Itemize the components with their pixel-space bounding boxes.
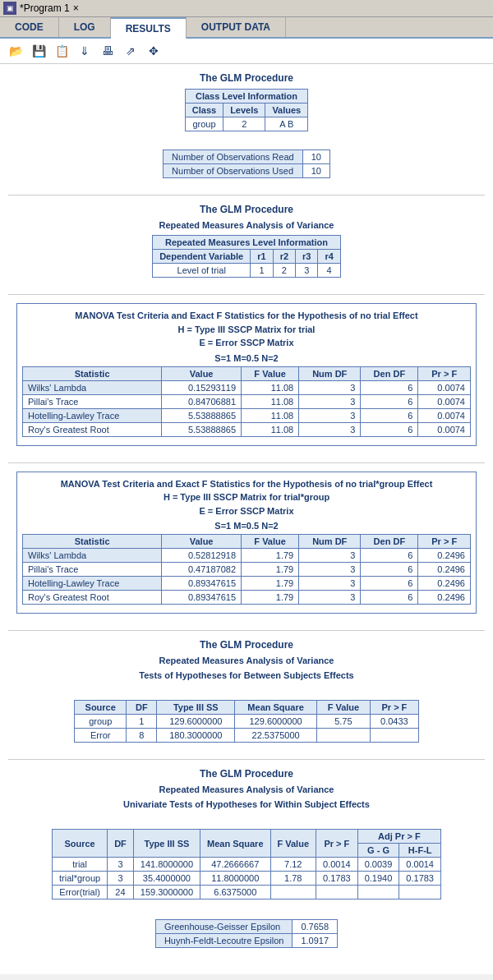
saveas-button[interactable]: 📋 (53, 42, 71, 60)
numdf-col-header: Num DF (299, 366, 361, 380)
pr-val: 0.0014 (316, 858, 358, 872)
stat-name: Roy's Greatest Root (23, 591, 162, 605)
expand-button[interactable]: ⇗ (122, 42, 140, 60)
manova1-line2: H = Type III SSCP Matrix for trial (178, 324, 316, 334)
manova2-line1: MANOVA Test Criteria and Exact F Statist… (61, 479, 433, 489)
close-icon[interactable]: × (73, 2, 79, 14)
f-val (270, 886, 316, 899)
dep-var-header: Dependent Variable (153, 250, 251, 264)
gg-epsilon-value: 0.7658 (293, 920, 338, 934)
table-row: Error(trial) 24 159.3000000 6.6375000 (52, 886, 440, 899)
table-row: Hotelling-Lawley Trace 5.53888865 11.08 … (23, 408, 471, 422)
den-df: 6 (361, 394, 418, 408)
hfl-val: 0.1783 (399, 872, 441, 886)
tab-log[interactable]: LOG (59, 17, 111, 37)
source-header: Source (75, 701, 127, 715)
table-row: Hotelling-Lawley Trace 0.89347615 1.79 3… (23, 577, 471, 591)
table-row: Number of Observations Read 10 (164, 150, 330, 164)
stat-name: Pillai's Trace (23, 394, 162, 408)
pr-f: 0.0074 (418, 422, 471, 436)
prf-header: Pr > F (370, 701, 418, 715)
within-subjects-title: The GLM Procedure (8, 768, 485, 780)
meansq-header: Mean Square (200, 830, 270, 858)
manova1-stat-label: S=1 M=0.5 N=2 (22, 353, 471, 363)
df-3: 3 (108, 858, 134, 872)
stat-name: Hotelling-Lawley Trace (23, 577, 162, 591)
manova2-header: MANOVA Test Criteria and Exact F Statist… (22, 477, 471, 518)
table-row: Roy's Greatest Root 5.53888865 11.08 3 6… (23, 422, 471, 436)
ms-val: 47.2666667 (200, 858, 270, 872)
fvalue-header: F Value (316, 701, 370, 715)
manova2-stat-label: S=1 M=0.5 N=2 (22, 521, 471, 531)
repeated-measures-header: Repeated Measures Level Information (153, 236, 341, 250)
df-1: 1 (127, 715, 157, 729)
within-subjects-subtitle1: Repeated Measures Analysis of Variance (8, 784, 485, 794)
ss-val: 180.3000000 (157, 729, 235, 743)
stat-name: Wilks' Lambda (23, 380, 162, 394)
hfl-epsilon-label: Huynh-Feldt-Lecoutre Epsilon (155, 934, 293, 948)
table-row: Roy's Greatest Root 0.89347615 1.79 3 6 … (23, 591, 471, 605)
table-row: group 2 A B (185, 117, 307, 131)
save-button[interactable]: 💾 (30, 42, 48, 60)
stat-value: 0.89347615 (162, 591, 242, 605)
glm-repeated-subtitle: Repeated Measures Analysis of Variance (8, 220, 485, 230)
between-subjects-subtitle2: Tests of Hypotheses for Between Subjects… (8, 670, 485, 680)
f-value: 11.08 (242, 408, 299, 422)
num-df: 3 (299, 380, 361, 394)
r1-val: 1 (251, 264, 273, 278)
levels-col-header: Levels (223, 104, 265, 117)
obs-used-value: 10 (302, 164, 329, 178)
source-group: group (75, 715, 127, 729)
stat-col-header: Statistic (23, 366, 162, 380)
stat-value: 0.52812918 (162, 549, 242, 563)
prf-header: Pr > F (316, 830, 358, 858)
table-row: Greenhouse-Geisser Epsilon 0.7658 (155, 920, 337, 934)
tab-results[interactable]: RESULTS (111, 17, 187, 39)
table-row: trial*group 3 35.4000000 11.8000000 1.78… (52, 872, 440, 886)
values-cell: A B (265, 117, 308, 131)
pr-val (316, 886, 358, 899)
ms-val: 129.6000000 (235, 715, 317, 729)
tab-code[interactable]: CODE (0, 17, 59, 37)
num-df: 3 (299, 422, 361, 436)
pr-val: 0.0433 (370, 715, 418, 729)
table-row: Error 8 180.3000000 22.5375000 (75, 729, 419, 743)
download-button[interactable]: ⇓ (76, 42, 94, 60)
value-col-header: Value (162, 366, 242, 380)
num-df: 3 (299, 591, 361, 605)
tab-output-data[interactable]: OUTPUT DATA (187, 17, 286, 37)
obs-used-label: Number of Observations Used (164, 164, 303, 178)
stat-col-header: Statistic (23, 535, 162, 549)
level-label: Level of trial (153, 264, 251, 278)
source-error-trial: Error(trial) (52, 886, 107, 899)
open-button[interactable]: 📂 (7, 42, 25, 60)
df-24: 24 (108, 886, 134, 899)
ss-val: 129.6000000 (157, 715, 235, 729)
class-cell: group (185, 117, 223, 131)
stat-value: 5.53888865 (162, 408, 242, 422)
gg-val: 0.1940 (357, 872, 399, 886)
table-row: trial 3 141.8000000 47.2666667 7.12 0.00… (52, 858, 440, 872)
table-row: Wilks' Lambda 0.15293119 11.08 3 6 0.007… (23, 380, 471, 394)
manova1-section: MANOVA Test Criteria and Exact F Statist… (8, 303, 485, 446)
fvalue-col-header: F Value (242, 535, 299, 549)
value-col-header: Value (162, 535, 242, 549)
source-trialgroup: trial*group (52, 872, 107, 886)
stat-value: 5.53888865 (162, 422, 242, 436)
table-row: Number of Observations Used 10 (164, 164, 330, 178)
table-row: Wilks' Lambda 0.52812918 1.79 3 6 0.2496 (23, 549, 471, 563)
num-df: 3 (299, 408, 361, 422)
fvalue-header: F Value (270, 830, 316, 858)
class-level-table: Class Level Information Class Levels Val… (185, 89, 308, 131)
pr-f: 0.2496 (418, 577, 471, 591)
print-button[interactable]: 🖶 (99, 42, 117, 60)
den-df: 6 (361, 422, 418, 436)
manova1-table: Statistic Value F Value Num DF Den DF Pr… (22, 366, 471, 437)
fullscreen-button[interactable]: ✥ (145, 42, 163, 60)
class-col-header: Class (185, 104, 223, 117)
hfl-header: H-F-L (399, 844, 441, 858)
stat-value: 0.84706881 (162, 394, 242, 408)
pr-f: 0.0074 (418, 380, 471, 394)
stat-value: 0.47187082 (162, 563, 242, 577)
stat-name: Wilks' Lambda (23, 549, 162, 563)
